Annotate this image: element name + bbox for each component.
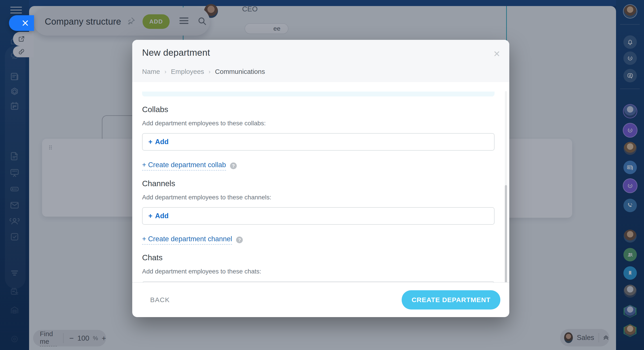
- back-button[interactable]: BACK: [150, 296, 170, 304]
- plus-icon: +: [148, 212, 152, 220]
- create-row: + Create department collab ?: [142, 161, 494, 170]
- section-description: Add department employees to these chats:: [142, 268, 494, 275]
- create-link[interactable]: + Create department channel: [142, 235, 232, 244]
- create-link[interactable]: + Create department collab: [142, 161, 226, 170]
- breadcrumb-chevron-icon: ›: [208, 68, 210, 75]
- modal-title: New department: [142, 48, 500, 58]
- modal-section: Chats Add department employees to these …: [142, 253, 494, 282]
- new-department-modal: New department ✕ Name›Employees›Communic…: [132, 40, 509, 317]
- modal-header: New department ✕ Name›Employees›Communic…: [132, 40, 509, 82]
- add-button-label: Add: [155, 212, 168, 220]
- section-heading: Collabs: [142, 105, 494, 114]
- modal-close-icon[interactable]: ✕: [493, 50, 500, 58]
- app-root: CEO ee ⠿ Human Resources Andrew Baxter H…: [0, 0, 644, 350]
- add-selector-box[interactable]: + Add: [142, 207, 494, 225]
- section-description: Add department employees to these channe…: [142, 194, 494, 201]
- help-icon[interactable]: ?: [230, 162, 237, 169]
- breadcrumb-item[interactable]: Employees: [171, 68, 204, 76]
- scrollbar-track[interactable]: [505, 91, 507, 282]
- scrolled-banner-edge: [142, 92, 494, 96]
- modal-body: Collabs Add department employees to thes…: [132, 82, 509, 282]
- plus-icon: +: [148, 138, 152, 146]
- section-description: Add department employees to these collab…: [142, 120, 494, 127]
- add-selector-box[interactable]: + Add: [142, 133, 494, 150]
- add-selector-box[interactable]: + Add: [142, 281, 494, 282]
- close-slider-button[interactable]: [9, 15, 34, 31]
- sections: Collabs Add department employees to thes…: [142, 105, 494, 282]
- breadcrumb-chevron-icon: ›: [164, 68, 166, 75]
- section-heading: Channels: [142, 179, 494, 188]
- scrollbar-thumb[interactable]: [505, 185, 507, 282]
- close-icon: [22, 19, 29, 27]
- modal-footer: BACK CREATE DEPARTMENT: [132, 282, 509, 317]
- breadcrumb: Name›Employees›Communications: [142, 68, 500, 76]
- section-heading: Chats: [142, 253, 494, 262]
- modal-section: Collabs Add department employees to thes…: [142, 105, 494, 170]
- modal-section: Channels Add department employees to the…: [142, 179, 494, 244]
- add-button-label: Add: [155, 138, 168, 146]
- help-icon[interactable]: ?: [236, 236, 243, 243]
- breadcrumb-item[interactable]: Name: [142, 68, 160, 76]
- create-row: + Create department channel ?: [142, 235, 494, 244]
- create-department-button[interactable]: CREATE DEPARTMENT: [402, 290, 500, 310]
- breadcrumb-item[interactable]: Communications: [215, 68, 265, 76]
